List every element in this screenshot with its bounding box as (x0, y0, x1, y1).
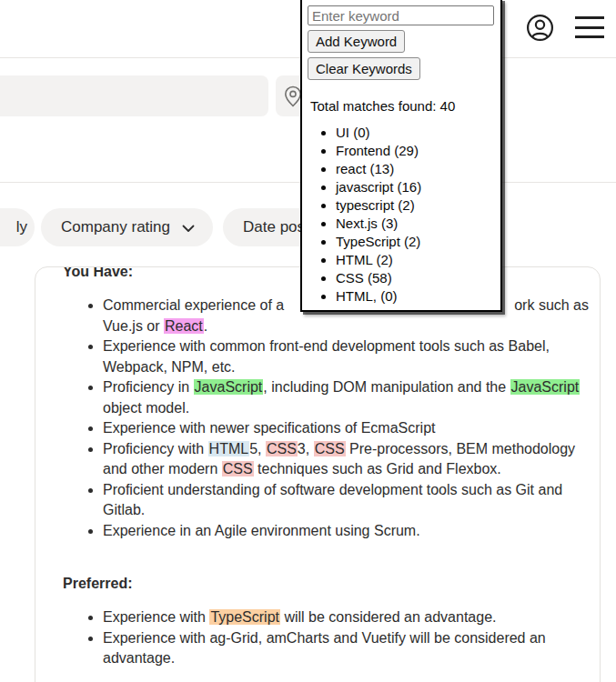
bullet-text: Proficiency with (103, 441, 208, 456)
bullet-text: . (204, 318, 207, 334)
job-bullet: Experience with ag-Grid, amCharts and Vu… (103, 628, 599, 669)
highlighted-keyword: CSS (222, 461, 254, 476)
keyword-match-item: react (13) (336, 160, 500, 178)
preferred-list: Experience with TypeScript will be consi… (63, 607, 599, 669)
job-bullet: Experience with common front-end develop… (103, 336, 599, 377)
job-bullet: Experience with newer specifications of … (103, 418, 599, 439)
bullet-text: 5, (249, 441, 266, 456)
bullet-text: Experience with common front-end develop… (103, 338, 550, 375)
add-keyword-button[interactable]: Add Keyword (308, 30, 405, 53)
bullet-text: Experience with (103, 609, 209, 625)
bullet-text: techniques such as Grid and Flexbox. (254, 461, 501, 476)
bullet-text: Experience with newer specifications of … (103, 420, 436, 436)
bullet-text: Proficiency in (103, 379, 194, 395)
total-matches-text: Total matches found: 40 (310, 98, 500, 114)
job-bullet: Proficient understanding of software dev… (103, 480, 599, 521)
job-description-card: You Have: Commercial experience of aork … (35, 266, 601, 682)
section-title-preferred: Preferred: (63, 575, 600, 592)
bullet-text: 3, (298, 441, 314, 456)
highlighted-keyword: JavaScript (194, 379, 264, 395)
keyword-match-item: UI (0) (336, 124, 500, 142)
filter-chip-partial[interactable]: ly (0, 208, 35, 246)
job-bullet: Experience in an Agile environment using… (103, 521, 599, 542)
keyword-match-item: TypeScript (2) (336, 233, 500, 251)
requirements-list: Commercial experience of aork such as Vu… (63, 296, 599, 541)
keyword-extension-popup: Add Keyword Clear Keywords Total matches… (300, 0, 502, 312)
total-matches-label: Total matches found: (310, 98, 436, 114)
highlighted-keyword: HTML (208, 441, 250, 456)
job-bullet: Proficiency with HTML5, CSS3, CSS Pre-pr… (103, 439, 599, 480)
keyword-search-input[interactable] (0, 75, 268, 116)
bullet-text: Proficient understanding of software dev… (103, 482, 562, 518)
filter-chip-partial-label: ly (16, 218, 27, 236)
company-rating-label: Company rating (61, 218, 170, 236)
chevron-down-icon (182, 225, 195, 233)
bullet-text: , including DOM manipulation and the (263, 379, 510, 395)
keyword-match-item: Next.js (3) (336, 215, 500, 233)
highlighted-keyword: TypeScript (209, 609, 280, 625)
keyword-input[interactable] (308, 5, 494, 25)
bullet-text: Experience in an Agile environment using… (103, 523, 420, 538)
clear-keywords-button[interactable]: Clear Keywords (308, 57, 420, 80)
keyword-match-item: HTML (2) (336, 251, 500, 269)
filter-chip-company-rating[interactable]: Company rating (41, 208, 213, 246)
hamburger-menu-icon[interactable] (575, 16, 604, 38)
highlighted-keyword: JavaScript (510, 379, 581, 395)
job-bullet: Experience with TypeScript will be consi… (103, 607, 599, 628)
bullet-text: will be considered an advantage. (280, 609, 497, 625)
keyword-match-item: CSS (58) (336, 269, 500, 287)
keyword-match-item: javascript (16) (336, 178, 500, 196)
highlighted-keyword: React (164, 318, 204, 334)
highlighted-keyword: CSS (266, 441, 298, 456)
bullet-text: Commercial experience of a (103, 297, 284, 313)
profile-icon[interactable] (526, 14, 554, 42)
bullet-text: object model. (103, 400, 189, 416)
total-matches-count: 40 (440, 98, 456, 114)
keyword-match-list: UI (0)Frontend (29)react (13)javascript … (302, 124, 500, 306)
keyword-match-item: Frontend (29) (336, 142, 500, 160)
highlighted-keyword: CSS (314, 441, 346, 456)
bullet-text: Experience with ag-Grid, amCharts and Vu… (103, 630, 546, 667)
keyword-match-item: HTML, (0) (336, 287, 500, 306)
keyword-match-item: typescript (2) (336, 196, 500, 215)
job-bullet: Proficiency in JavaScript, including DOM… (103, 377, 599, 418)
